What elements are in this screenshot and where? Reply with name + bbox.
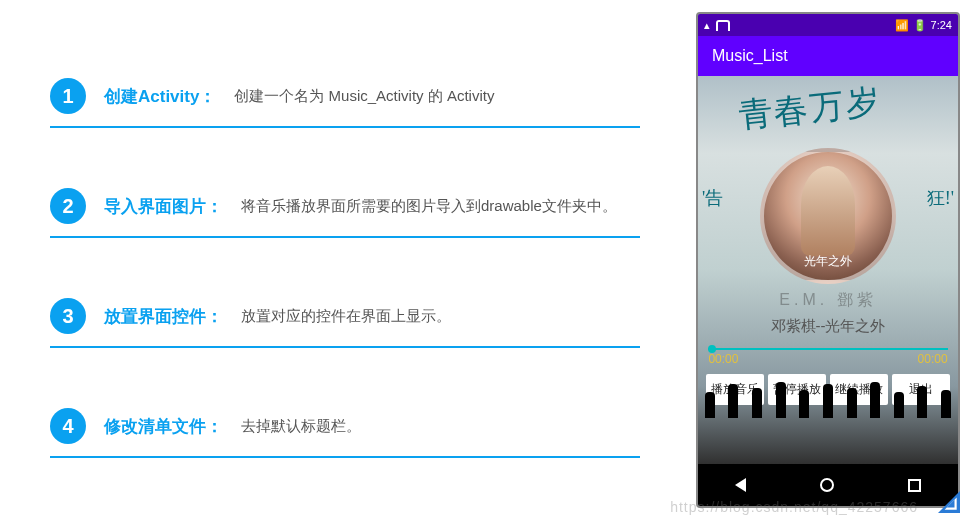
crowd-silhouette [698, 378, 958, 418]
step-desc: 放置对应的控件在界面上显示。 [241, 307, 451, 326]
status-bar: ▴ 📶 🔋 7:24 [698, 14, 958, 36]
step-number-badge: 4 [50, 408, 86, 444]
album-art: 光年之外 [760, 148, 896, 284]
battery-icon: 🔋 [913, 19, 927, 32]
svg-marker-0 [938, 491, 960, 513]
progress-area: 00:00 00:00 [708, 348, 947, 366]
step-number-badge: 3 [50, 298, 86, 334]
step-desc: 去掉默认标题栏。 [241, 417, 361, 436]
step-number-badge: 2 [50, 188, 86, 224]
background-scribble-left: '告 [702, 186, 723, 210]
step-row: 1 创建Activity： 创建一个名为 Music_Activity 的 Ac… [50, 78, 640, 128]
step-desc: 创建一个名为 Music_Activity 的 Activity [234, 87, 494, 106]
step-row: 2 导入界面图片： 将音乐播放界面所需要的图片导入到drawable文件夹中。 [50, 188, 640, 238]
background-scribble-right: 狂!' [927, 186, 954, 210]
home-icon[interactable] [820, 478, 834, 492]
n-icon [716, 20, 730, 31]
step-title: 放置界面控件： [104, 305, 223, 328]
corner-arrow-icon [938, 491, 960, 513]
artist-figure [801, 166, 855, 256]
step-title: 修改清单文件： [104, 415, 223, 438]
step-row: 3 放置界面控件： 放置对应的控件在界面上显示。 [50, 298, 640, 348]
player-screen: 青春万岁 '告 狂!' 光年之外 E.M. 鄧紫 邓紫棋--光年之外 00:00… [698, 76, 958, 464]
status-time: 7:24 [931, 19, 952, 31]
android-icon: ▴ [704, 19, 710, 32]
recent-icon[interactable] [908, 479, 921, 492]
step-title: 导入界面图片： [104, 195, 223, 218]
artist-name-faded: E.M. 鄧紫 [779, 290, 876, 311]
app-title: Music_List [712, 47, 788, 65]
time-total: 00:00 [918, 352, 948, 366]
app-bar: Music_List [698, 36, 958, 76]
time-elapsed: 00:00 [708, 352, 738, 366]
progress-bar[interactable] [708, 348, 947, 350]
background-scribble: 青春万岁 [736, 79, 884, 140]
steps-panel: 1 创建Activity： 创建一个名为 Music_Activity 的 Ac… [0, 0, 696, 521]
album-text: 光年之外 [804, 253, 852, 270]
step-desc: 将音乐播放界面所需要的图片导入到drawable文件夹中。 [241, 197, 617, 216]
phone-mockup: ▴ 📶 🔋 7:24 Music_List 青春万岁 '告 狂!' 光年之外 E… [696, 12, 960, 508]
step-row: 4 修改清单文件： 去掉默认标题栏。 [50, 408, 640, 458]
step-title: 创建Activity： [104, 85, 216, 108]
back-icon[interactable] [735, 478, 746, 492]
step-number-badge: 1 [50, 78, 86, 114]
watermark: https://blog.csdn.net/qq_42257666 [670, 499, 918, 515]
song-title: 邓紫棋--光年之外 [771, 317, 886, 336]
signal-icon: 📶 [895, 19, 909, 32]
